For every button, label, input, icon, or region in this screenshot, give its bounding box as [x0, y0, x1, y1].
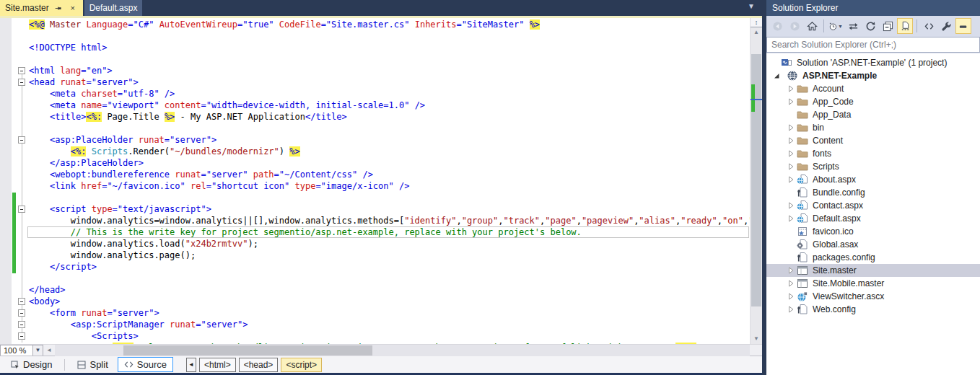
- code-line: [29, 53, 750, 65]
- collapse-region-icon[interactable]: [18, 298, 25, 305]
- solution-explorer-title-bar[interactable]: Solution Explorer: [766, 0, 980, 16]
- chevron-collapsed-icon[interactable]: [785, 96, 797, 107]
- refresh-icon[interactable]: [862, 18, 878, 34]
- search-input[interactable]: [766, 37, 980, 53]
- tree-item-account[interactable]: Account: [766, 82, 980, 95]
- collapse-region-icon[interactable]: [18, 67, 25, 74]
- collapse-all-icon[interactable]: [880, 18, 896, 34]
- collapse-region-icon[interactable]: [18, 79, 25, 86]
- pin-icon[interactable]: [53, 3, 64, 13]
- code-editor[interactable]: <%@ Master Language="C#" AutoEventWireup…: [0, 18, 762, 344]
- tree-item-about-aspx[interactable]: About.aspx: [766, 173, 980, 186]
- tree-item-favicon-ico[interactable]: favicon.ico: [766, 225, 980, 238]
- forward-icon[interactable]: [787, 18, 802, 34]
- chevron-expanded-icon[interactable]: [771, 70, 782, 81]
- zoom-chevron-down-icon[interactable]: ▼: [33, 345, 43, 356]
- home-icon[interactable]: [804, 18, 820, 34]
- split-window-handle[interactable]: ↕: [751, 18, 762, 27]
- tree-item-label: ASP.NET-Example: [802, 71, 877, 81]
- chevron-collapsed-icon[interactable]: [785, 291, 797, 302]
- tree-item-app-data[interactable]: App_Data: [766, 108, 980, 121]
- chevron-collapsed-icon[interactable]: [785, 83, 797, 94]
- folder-icon: [797, 83, 808, 94]
- code-line: <asp:PlaceHolder runat="server">: [29, 134, 750, 146]
- tab-overflow-chevron-down-icon[interactable]: ▼: [748, 2, 755, 10]
- horizontal-scrollbar-thumb[interactable]: [123, 345, 372, 356]
- properties-icon[interactable]: [938, 18, 954, 34]
- folder-icon: [797, 161, 808, 172]
- vertical-scrollbar[interactable]: ↕ ▲ ▼: [750, 18, 762, 344]
- collapse-region-icon[interactable]: [18, 321, 25, 328]
- sync-with-active-document-icon[interactable]: [845, 18, 861, 34]
- tree-item-packages-config[interactable]: packages.config: [766, 251, 980, 264]
- split-view-button[interactable]: Split: [71, 357, 114, 372]
- scroll-up-arrow-icon[interactable]: ▲: [751, 27, 762, 38]
- code-line: <webopt:bundlereference runat="server" p…: [29, 169, 750, 180]
- tree-item-content[interactable]: Content: [766, 134, 980, 147]
- tree-item-global-asax[interactable]: Global.asax: [766, 238, 980, 251]
- source-view-button[interactable]: Source: [118, 357, 173, 372]
- chevron-collapsed-icon[interactable]: [785, 278, 797, 289]
- breadcrumb-tag[interactable]: <script>: [281, 358, 322, 372]
- tab-default-aspx[interactable]: Default.aspx: [84, 0, 143, 16]
- chevron-collapsed-icon[interactable]: [785, 213, 797, 224]
- chevron-collapsed-icon[interactable]: [785, 174, 797, 185]
- tree-item-viewswitcher-ascx[interactable]: ViewSwitcher.ascx: [766, 290, 980, 303]
- design-view-button[interactable]: Design: [4, 357, 58, 372]
- collapse-region-icon[interactable]: [18, 206, 25, 213]
- tab-label: Site.master: [5, 3, 49, 13]
- breadcrumb-tag[interactable]: <head>: [239, 358, 279, 372]
- chevron-collapsed-icon[interactable]: [785, 135, 797, 146]
- tree-item-label: Site.Mobile.master: [813, 278, 884, 288]
- tree-item-fonts[interactable]: fonts: [766, 147, 980, 160]
- view-code-icon[interactable]: [921, 18, 937, 34]
- zoom-level-value[interactable]: 100 %: [0, 345, 33, 356]
- chevron-collapsed-icon[interactable]: [785, 148, 797, 159]
- collapse-region-icon[interactable]: [18, 309, 25, 317]
- tree-item-site-mobile-master[interactable]: Site.Mobile.master: [766, 277, 980, 290]
- code-line: </script>: [29, 261, 750, 273]
- tree-item-label: About.aspx: [813, 175, 856, 185]
- tree-item-label: Web.config: [813, 304, 856, 314]
- tree-item-bin[interactable]: bin: [766, 121, 980, 134]
- config-file-icon: [797, 252, 808, 263]
- tree-item-scripts[interactable]: Scripts: [766, 160, 980, 173]
- scrollbar-corner: [750, 345, 762, 356]
- tree-item-default-aspx[interactable]: Default.aspx: [766, 212, 980, 225]
- tree-item-site-master[interactable]: Site.master: [766, 264, 980, 277]
- tree-item-solution-asp-net-example-1-project[interactable]: Solution 'ASP.NET-Example' (1 project): [766, 56, 980, 69]
- code-area[interactable]: <%@ Master Language="C#" AutoEventWireup…: [27, 18, 750, 344]
- chevron-collapsed-icon[interactable]: [785, 200, 797, 211]
- scroll-left-arrow-icon[interactable]: ◄: [43, 347, 55, 353]
- chevron-collapsed-icon[interactable]: [785, 304, 797, 315]
- tree-item-contact-aspx[interactable]: Contact.aspx: [766, 199, 980, 212]
- preview-selected-items-icon[interactable]: [955, 18, 971, 34]
- breadcrumb-tag[interactable]: <html>: [199, 358, 236, 372]
- close-icon[interactable]: ×: [68, 3, 78, 13]
- chevron-collapsed-icon[interactable]: [785, 122, 797, 133]
- horizontal-scrollbar[interactable]: [55, 345, 750, 356]
- code-line: [29, 192, 750, 203]
- tree-item-bundle-config[interactable]: Bundle.config: [766, 186, 980, 199]
- collapse-region-icon[interactable]: [18, 136, 25, 144]
- tree-item-app-code[interactable]: App_Code: [766, 95, 980, 108]
- breakpoint-margin[interactable]: [0, 18, 12, 344]
- show-all-files-icon[interactable]: [897, 18, 913, 34]
- tree-item-label: App_Code: [813, 97, 854, 107]
- tree-item-web-config[interactable]: Web.config: [766, 303, 980, 316]
- pending-changes-filter-icon[interactable]: ▼: [828, 18, 844, 34]
- expander-placeholder: [785, 239, 797, 250]
- scroll-down-arrow-icon[interactable]: ▼: [751, 334, 762, 344]
- tree-item-label: favicon.ico: [813, 226, 854, 237]
- outlining-margin[interactable]: [17, 18, 27, 344]
- editor-zoom-control[interactable]: 100 % ▼: [0, 345, 43, 356]
- chevron-collapsed-icon[interactable]: [785, 265, 797, 276]
- back-icon[interactable]: [769, 18, 785, 34]
- chevron-collapsed-icon[interactable]: [785, 161, 797, 172]
- tree-item-asp-net-example[interactable]: ASP.NET-Example: [766, 69, 980, 82]
- tab-site-master[interactable]: Site.master ×: [0, 0, 83, 16]
- breadcrumb-collapse-arrow-icon[interactable]: ◄: [186, 358, 196, 372]
- collapse-region-icon[interactable]: [18, 332, 25, 340]
- code-line: <meta charset="utf-8" />: [29, 88, 750, 100]
- code-line: <link href="~/favicon.ico" rel="shortcut…: [29, 180, 750, 192]
